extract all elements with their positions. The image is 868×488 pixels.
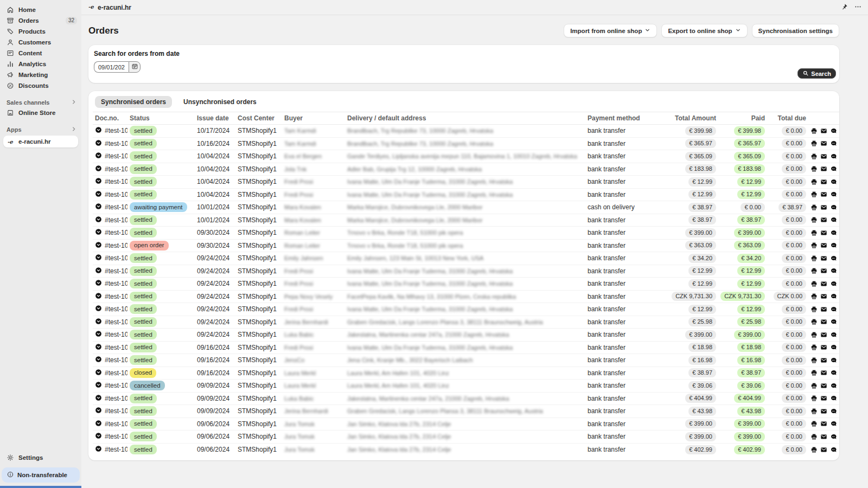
print-icon[interactable] xyxy=(810,255,818,262)
email-icon[interactable] xyxy=(820,153,827,160)
comment-icon[interactable] xyxy=(830,357,837,364)
calendar-button[interactable] xyxy=(129,61,141,73)
doc-check-icon[interactable] xyxy=(95,126,102,135)
email-icon[interactable] xyxy=(820,420,827,427)
comment-icon[interactable] xyxy=(830,165,837,172)
doc-check-icon[interactable] xyxy=(95,381,102,390)
doc-check-icon[interactable] xyxy=(95,292,102,301)
tab-unsynchronised-orders[interactable]: Unsynchronised orders xyxy=(177,96,263,108)
email-icon[interactable] xyxy=(820,408,827,415)
more-options-icon[interactable] xyxy=(854,3,861,12)
comment-icon[interactable] xyxy=(830,229,837,236)
print-icon[interactable] xyxy=(810,280,818,287)
email-icon[interactable] xyxy=(820,255,827,262)
doc-check-icon[interactable] xyxy=(95,318,102,326)
comment-icon[interactable] xyxy=(830,153,837,160)
email-icon[interactable] xyxy=(820,344,827,351)
print-icon[interactable] xyxy=(810,127,818,134)
print-icon[interactable] xyxy=(810,216,818,223)
doc-check-icon[interactable] xyxy=(95,165,102,174)
comment-icon[interactable] xyxy=(830,408,837,415)
doc-number[interactable]: #test-1026 xyxy=(105,216,127,224)
doc-number[interactable]: #test-1014 xyxy=(105,369,127,377)
print-icon[interactable] xyxy=(810,357,818,364)
sidebar-item-products[interactable]: Products xyxy=(0,26,81,37)
comment-icon[interactable] xyxy=(830,191,837,198)
print-icon[interactable] xyxy=(810,140,818,147)
print-icon[interactable] xyxy=(810,318,818,325)
email-icon[interactable] xyxy=(820,280,827,287)
doc-check-icon[interactable] xyxy=(95,152,102,160)
doc-number[interactable]: #test-1011 xyxy=(105,407,127,415)
synchronisation-settings-button[interactable]: Synchronisation settings xyxy=(752,24,839,37)
comment-icon[interactable] xyxy=(830,267,837,274)
print-icon[interactable] xyxy=(810,306,818,313)
email-icon[interactable] xyxy=(820,369,827,376)
doc-number[interactable]: #test-1010 xyxy=(105,420,127,428)
sidebar-item-analytics[interactable]: Analytics xyxy=(0,59,81,69)
comment-icon[interactable] xyxy=(830,140,837,147)
doc-number[interactable]: #test-1032 xyxy=(105,140,127,147)
comment-icon[interactable] xyxy=(830,216,837,223)
sidebar-item-online-store[interactable]: Online Store xyxy=(0,107,81,118)
doc-check-icon[interactable] xyxy=(95,190,102,199)
print-icon[interactable] xyxy=(810,420,818,427)
doc-number[interactable]: #test-1030 xyxy=(105,165,127,173)
doc-number[interactable]: #test-1019 xyxy=(105,305,127,313)
doc-number[interactable]: #test-1016 xyxy=(105,344,127,351)
comment-icon[interactable] xyxy=(830,178,837,185)
email-icon[interactable] xyxy=(820,306,827,313)
sidebar-section-apps[interactable]: Apps xyxy=(0,125,81,134)
email-icon[interactable] xyxy=(820,267,827,274)
email-icon[interactable] xyxy=(820,140,827,147)
doc-check-icon[interactable] xyxy=(95,432,102,441)
doc-number[interactable]: #test-1023 xyxy=(105,254,127,262)
print-icon[interactable] xyxy=(810,242,818,249)
print-icon[interactable] xyxy=(810,331,818,338)
comment-icon[interactable] xyxy=(830,318,837,325)
comment-icon[interactable] xyxy=(830,446,837,453)
email-icon[interactable] xyxy=(820,165,827,172)
sidebar-item-customers[interactable]: Customers xyxy=(0,37,81,48)
print-icon[interactable] xyxy=(810,408,818,415)
doc-number[interactable]: #test-1009 xyxy=(105,433,127,440)
sidebar-section-sales-channels[interactable]: Sales channels xyxy=(0,98,81,107)
email-icon[interactable] xyxy=(820,331,827,338)
comment-icon[interactable] xyxy=(830,204,837,211)
doc-check-icon[interactable] xyxy=(95,330,102,339)
comment-icon[interactable] xyxy=(830,395,837,402)
search-button[interactable]: Search xyxy=(797,68,836,79)
email-icon[interactable] xyxy=(820,216,827,223)
doc-number[interactable]: #test-1031 xyxy=(105,152,127,160)
email-icon[interactable] xyxy=(820,229,827,236)
doc-check-icon[interactable] xyxy=(95,394,102,403)
doc-number[interactable]: #test-1015 xyxy=(105,356,127,364)
comment-icon[interactable] xyxy=(830,306,837,313)
comment-icon[interactable] xyxy=(830,433,837,440)
tab-synchronised-orders[interactable]: Synchronised orders xyxy=(95,96,172,108)
email-icon[interactable] xyxy=(820,446,827,453)
print-icon[interactable] xyxy=(810,293,818,300)
email-icon[interactable] xyxy=(820,318,827,325)
print-icon[interactable] xyxy=(810,229,818,236)
doc-check-icon[interactable] xyxy=(95,407,102,415)
print-icon[interactable] xyxy=(810,191,818,198)
email-icon[interactable] xyxy=(820,178,827,185)
email-icon[interactable] xyxy=(820,293,827,300)
import-from-online-shop-button[interactable]: Import from online shop xyxy=(564,24,657,37)
doc-number[interactable]: #test-1033 xyxy=(105,127,127,134)
doc-check-icon[interactable] xyxy=(95,139,102,148)
doc-number[interactable]: #test-1018 xyxy=(105,318,127,326)
doc-check-icon[interactable] xyxy=(95,369,102,377)
comment-icon[interactable] xyxy=(830,382,837,389)
doc-check-icon[interactable] xyxy=(95,305,102,313)
sidebar-item-home[interactable]: Home xyxy=(0,4,81,15)
email-icon[interactable] xyxy=(820,191,827,198)
comment-icon[interactable] xyxy=(830,280,837,287)
doc-check-icon[interactable] xyxy=(95,228,102,237)
doc-number[interactable]: #test-1012 xyxy=(105,395,127,402)
email-icon[interactable] xyxy=(820,382,827,389)
print-icon[interactable] xyxy=(810,446,818,453)
doc-number[interactable]: #test-1013 xyxy=(105,382,127,389)
print-icon[interactable] xyxy=(810,153,818,160)
